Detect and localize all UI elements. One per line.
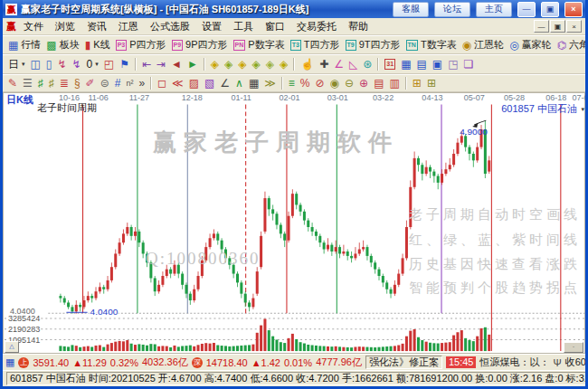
candle[interactable] xyxy=(209,238,212,247)
save-icon[interactable]: ▣ xyxy=(430,58,445,71)
candle[interactable] xyxy=(354,253,356,258)
candle[interactable] xyxy=(90,296,93,298)
candle[interactable] xyxy=(119,242,121,253)
table-view-icon[interactable]: ⊞ xyxy=(410,77,424,90)
candle[interactable] xyxy=(181,274,184,285)
crosshair-tool-icon[interactable]: ✚ xyxy=(317,58,331,71)
candle[interactable] xyxy=(142,242,145,253)
candle[interactable] xyxy=(323,242,326,249)
candle[interactable] xyxy=(350,256,353,258)
info-panel-icon[interactable]: ▯ xyxy=(43,58,55,71)
market-grid-icon[interactable]: ▦ xyxy=(5,356,14,368)
candle[interactable] xyxy=(213,233,215,238)
candle[interactable] xyxy=(468,147,470,154)
customer-service-button[interactable]: 客服 xyxy=(393,2,429,17)
menu-item-0[interactable]: 文件 xyxy=(24,20,43,33)
p-table-button[interactable]: PNP数字表 xyxy=(231,37,288,52)
diamond-tool-1-icon[interactable]: ◈ xyxy=(208,58,222,71)
table2-view-icon[interactable]: ⊞ xyxy=(424,77,439,90)
forum-button[interactable]: 论坛 xyxy=(434,2,470,17)
candle[interactable] xyxy=(441,174,443,183)
candle[interactable] xyxy=(330,245,333,251)
candle[interactable] xyxy=(102,287,105,289)
target-tool-icon[interactable]: ◉ xyxy=(327,77,342,90)
candle[interactable] xyxy=(311,227,314,232)
slash-circle-icon[interactable]: ⊘ xyxy=(312,77,327,90)
mdi-close-button[interactable]: × xyxy=(566,20,582,33)
menu-item-2[interactable]: 资讯 xyxy=(87,20,107,33)
candle[interactable] xyxy=(99,287,101,291)
calendar-icon[interactable]: 31 xyxy=(382,58,398,71)
candle[interactable] xyxy=(370,256,373,262)
network-icon[interactable]: ⊛ xyxy=(360,58,375,71)
prev-bar-icon[interactable]: ◄ xyxy=(168,58,185,71)
candle[interactable] xyxy=(476,147,479,161)
candle[interactable] xyxy=(295,194,298,204)
candle[interactable] xyxy=(126,227,128,233)
more-tools-chevron[interactable]: » xyxy=(136,77,147,90)
ladder2-tool-icon[interactable]: ▥ xyxy=(386,77,402,90)
candle[interactable] xyxy=(291,194,294,216)
candle[interactable] xyxy=(390,289,393,294)
candle[interactable] xyxy=(437,176,440,183)
candle[interactable] xyxy=(251,299,254,308)
candle[interactable] xyxy=(197,276,200,289)
shade2-tool-icon[interactable]: ▧ xyxy=(202,77,217,90)
candle[interactable] xyxy=(75,305,78,311)
sectors-button[interactable]: ▩板块 xyxy=(43,37,81,52)
candle[interactable] xyxy=(154,278,156,291)
fan2-lines-icon[interactable]: ≫ xyxy=(261,77,279,90)
minimize-button[interactable]: — xyxy=(517,2,536,17)
candle[interactable] xyxy=(303,212,306,221)
restore-button[interactable]: ▣ xyxy=(541,2,559,17)
block-tool-icon[interactable]: ▦ xyxy=(246,77,261,90)
candle[interactable] xyxy=(79,305,81,307)
candle[interactable] xyxy=(464,136,467,147)
report-icon[interactable]: ▤ xyxy=(413,58,429,71)
candle[interactable] xyxy=(248,302,251,307)
candle[interactable] xyxy=(299,204,302,211)
nine-t-square-button[interactable]: T99T四方形 xyxy=(343,37,403,52)
homepage-button[interactable]: 主页 xyxy=(476,2,512,17)
section-tool-icon[interactable]: § xyxy=(71,77,83,90)
plus-circle-icon[interactable]: ⊕ xyxy=(356,77,371,90)
minus-circle-icon[interactable]: ⊖ xyxy=(342,77,356,90)
candle[interactable] xyxy=(402,258,404,273)
zigzag-down-icon[interactable]: ↯ xyxy=(70,58,84,71)
candle[interactable] xyxy=(335,247,337,251)
candle[interactable] xyxy=(216,233,219,240)
candle[interactable] xyxy=(157,285,160,291)
candle[interactable] xyxy=(429,167,432,172)
angle2-tool-icon[interactable]: ∠ xyxy=(217,77,232,90)
angle-tool-icon[interactable]: ∠ xyxy=(331,58,346,71)
gann-wheel-button[interactable]: ◉江恩轮 xyxy=(460,37,507,52)
first-bar-icon[interactable]: ⇤ xyxy=(139,58,154,71)
candle[interactable] xyxy=(315,232,318,236)
t-table-button[interactable]: TNT数字表 xyxy=(403,37,460,52)
winner-wheel-button[interactable]: ◎赢家轮 xyxy=(507,37,554,52)
candle[interactable] xyxy=(166,270,168,276)
candle[interactable] xyxy=(82,300,85,307)
pen-tool-icon[interactable]: ✎ xyxy=(5,77,20,90)
hscroll-button[interactable]: ‐ xyxy=(564,342,583,353)
candle[interactable] xyxy=(449,165,451,169)
diamond-tool-4-icon[interactable]: ◈ xyxy=(250,58,263,71)
candle[interactable] xyxy=(271,209,274,213)
marker-tool-icon[interactable]: ✐ xyxy=(83,77,98,90)
news-headline[interactable]: 强化法》修正案 xyxy=(365,356,442,369)
candle[interactable] xyxy=(417,158,420,165)
box-select-icon[interactable]: ◻ xyxy=(155,77,169,90)
candle[interactable] xyxy=(193,289,195,300)
candle[interactable] xyxy=(421,165,423,174)
candle[interactable] xyxy=(67,302,70,307)
next-bar-icon[interactable]: ► xyxy=(185,58,201,71)
ladder1-tool-icon[interactable]: ▤ xyxy=(371,77,386,90)
candle[interactable] xyxy=(405,227,408,258)
candle[interactable] xyxy=(134,232,137,236)
candle[interactable] xyxy=(256,271,259,294)
p-square-button[interactable]: P3P四方形 xyxy=(113,37,169,52)
gann-fan-icon[interactable]: ◺ xyxy=(346,58,360,71)
window-grid-icon[interactable]: ◰ xyxy=(101,58,117,71)
menu-item-5[interactable]: 设置 xyxy=(202,20,222,33)
candle[interactable] xyxy=(161,276,164,285)
